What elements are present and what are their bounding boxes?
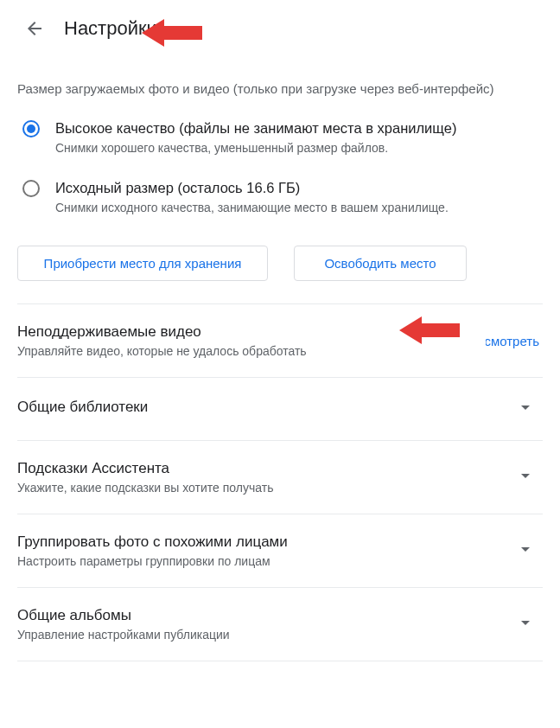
row-shared-libraries[interactable]: Общие библиотеки (17, 377, 543, 440)
row-sublabel: Управляйте видео, которые не удалось обр… (17, 344, 486, 358)
chevron-down-icon (515, 397, 539, 421)
row-title: Общие альбомы (17, 607, 515, 628)
row-title: Неподдерживаемые видео (17, 323, 486, 344)
row-sublabel: Укажите, какие подсказки вы хотите получ… (17, 481, 515, 495)
chevron-down-icon (515, 612, 539, 636)
radio-sublabel: Снимки исходного качества, занимающие ме… (55, 200, 449, 217)
row-title: Группировать фото с похожими лицами (17, 533, 515, 554)
view-link[interactable]: Просмотреть (486, 334, 539, 348)
radio-label: Высокое качество (файлы не занимают мест… (55, 118, 456, 140)
page-title: Настройки (64, 17, 157, 40)
row-unsupported-videos[interactable]: Неподдерживаемые видео Управляйте видео,… (17, 303, 543, 377)
free-storage-button[interactable]: Освободить место (294, 246, 467, 281)
radio-sublabel: Снимки хорошего качества, уменьшенный ра… (55, 140, 456, 157)
row-shared-albums[interactable]: Общие альбомы Управление настройками пуб… (17, 587, 543, 661)
upload-radio-group: Высокое качество (файлы не занимают мест… (17, 110, 543, 244)
radio-label: Исходный размер (осталось 16.6 ГБ) (55, 178, 449, 200)
radio-original-size[interactable]: Исходный размер (осталось 16.6 ГБ) Снимк… (17, 169, 543, 229)
row-group-faces[interactable]: Группировать фото с похожими лицами Наст… (17, 514, 543, 587)
row-assistant-cards[interactable]: Подсказки Ассистента Укажите, какие подс… (17, 440, 543, 514)
chevron-down-icon (515, 539, 539, 563)
row-sublabel: Управление настройками публикации (17, 628, 515, 642)
row-title: Общие библиотеки (17, 399, 515, 419)
radio-unselected-icon (22, 180, 40, 197)
radio-selected-icon (22, 120, 40, 137)
upload-size-heading: Размер загружаемых фото и видео (только … (17, 55, 543, 110)
chevron-down-icon (515, 465, 539, 489)
row-title: Подсказки Ассистента (17, 460, 515, 481)
buy-storage-button[interactable]: Приобрести место для хранения (17, 246, 268, 281)
row-sublabel: Настроить параметры группировки по лицам (17, 554, 515, 568)
radio-high-quality[interactable]: Высокое качество (файлы не занимают мест… (17, 110, 543, 169)
back-icon[interactable] (24, 18, 45, 39)
